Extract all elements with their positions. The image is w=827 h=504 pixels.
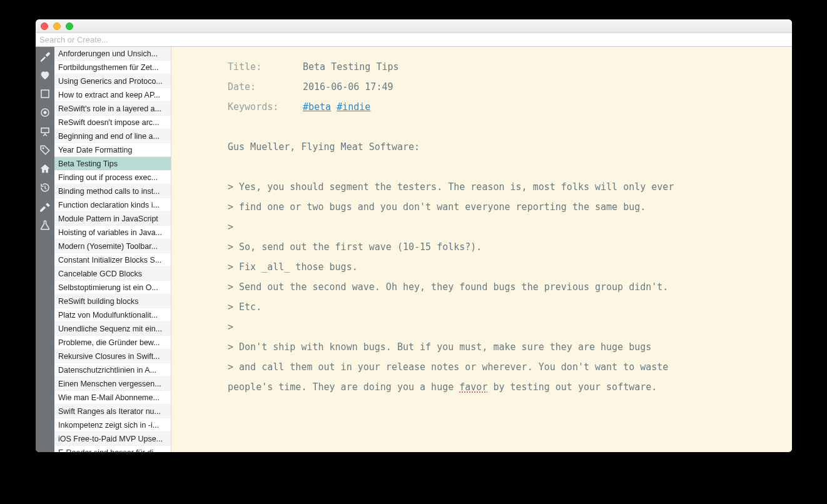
note-list[interactable]: Anforderungen und Unsich...Fortbildungst… bbox=[54, 47, 171, 452]
tag-icon[interactable] bbox=[38, 143, 52, 157]
list-item[interactable]: Constant Initializer Blocks S... bbox=[54, 253, 171, 267]
list-item[interactable]: Cancelable GCD Blocks bbox=[54, 267, 171, 281]
list-item[interactable]: Hoisting of variables in Java... bbox=[54, 226, 171, 239]
list-item[interactable]: Anforderungen und Unsich... bbox=[54, 47, 171, 61]
list-item[interactable]: E-Reader sind besser für di... bbox=[54, 446, 171, 452]
window-body: Anforderungen und Unsich...Fortbildungst… bbox=[36, 47, 792, 452]
list-item[interactable]: Rekursive Closures in Swift... bbox=[54, 350, 171, 363]
list-item[interactable]: Finding out if process exec... bbox=[54, 171, 171, 184]
maximize-icon[interactable] bbox=[66, 23, 73, 30]
tool-strip bbox=[36, 47, 54, 452]
list-item[interactable]: Module Pattern in JavaScript bbox=[54, 212, 171, 226]
list-item[interactable]: Fortbildungsthemen für Zet... bbox=[54, 61, 171, 74]
meta-date-label: Date: bbox=[228, 77, 303, 97]
meta-title-value: Beta Testing Tips bbox=[303, 57, 399, 77]
titlebar[interactable] bbox=[36, 19, 792, 33]
list-item[interactable]: iOS Free-to-Paid MVP Upse... bbox=[54, 432, 171, 446]
keyword-tag[interactable]: #beta bbox=[303, 101, 331, 113]
meta-date-value: 2016-06-06 17:49 bbox=[303, 77, 393, 97]
svg-point-1 bbox=[44, 111, 47, 114]
meta-title-row: Title: Beta Testing Tips bbox=[228, 57, 778, 77]
list-item[interactable]: Function declaration kinds i... bbox=[54, 198, 171, 212]
meta-title-label: Title: bbox=[228, 57, 303, 77]
list-item[interactable]: Modern (Yosemite) Toolbar... bbox=[54, 239, 171, 253]
minimize-icon[interactable] bbox=[53, 23, 61, 30]
list-item[interactable]: Using Generics and Protoco... bbox=[54, 74, 171, 88]
flask-icon[interactable] bbox=[38, 218, 52, 232]
search-input[interactable] bbox=[36, 33, 792, 46]
note-body[interactable]: Gus Mueller, Flying Meat Software: > Yes… bbox=[228, 137, 778, 397]
list-item[interactable]: Wie man E-Mail Abonneme... bbox=[54, 391, 171, 405]
svg-point-2 bbox=[43, 148, 44, 149]
list-item[interactable]: ReSwift's role in a layered a... bbox=[54, 102, 171, 116]
list-item[interactable]: Inkompetenz zeigt sich in -i... bbox=[54, 418, 171, 432]
list-item[interactable]: Beginning and end of line a... bbox=[54, 129, 171, 143]
meta-date-row: Date: 2016-06-06 17:49 bbox=[228, 77, 778, 97]
list-item[interactable]: ReSwift doesn't impose arc... bbox=[54, 116, 171, 129]
list-item[interactable]: Swift Ranges als Iterator nu... bbox=[54, 405, 171, 418]
list-item[interactable]: Beta Testing Tips bbox=[54, 157, 171, 171]
list-item[interactable]: Datenschutzrichtlinien in A... bbox=[54, 363, 171, 377]
list-item[interactable]: ReSwift building blocks bbox=[54, 295, 171, 308]
meta-keywords-row: Keywords: #beta #indie bbox=[228, 97, 778, 117]
note-editor[interactable]: Title: Beta Testing Tips Date: 2016-06-0… bbox=[171, 47, 792, 452]
close-icon[interactable] bbox=[41, 23, 48, 30]
list-item[interactable]: Selbstoptimierung ist ein O... bbox=[54, 281, 171, 295]
history-icon[interactable] bbox=[38, 181, 52, 194]
home-icon[interactable] bbox=[38, 162, 52, 176]
list-item[interactable]: Platz von Modulfunktionalit... bbox=[54, 308, 171, 322]
app-window: Anforderungen und Unsich...Fortbildungst… bbox=[36, 19, 792, 452]
list-item[interactable]: Einen Menschen vergessen... bbox=[54, 377, 171, 391]
meta-keywords-label: Keywords: bbox=[228, 97, 303, 117]
list-item[interactable]: Binding method calls to inst... bbox=[54, 184, 171, 198]
book-icon[interactable] bbox=[38, 87, 52, 101]
list-item[interactable]: Year Date Formatting bbox=[54, 143, 171, 157]
target-icon[interactable] bbox=[38, 106, 52, 119]
meta-keywords-value: #beta #indie bbox=[303, 97, 370, 117]
easel-icon[interactable] bbox=[38, 124, 52, 138]
list-item[interactable]: Unendliche Sequenz mit ein... bbox=[54, 322, 171, 336]
hammer-icon[interactable] bbox=[38, 199, 52, 213]
keyword-tag[interactable]: #indie bbox=[337, 101, 370, 113]
heart-icon[interactable] bbox=[38, 68, 52, 82]
wrench-icon[interactable] bbox=[38, 49, 52, 63]
list-item[interactable]: Probleme, die Gründer bew... bbox=[54, 336, 171, 350]
search-bar bbox=[36, 33, 792, 47]
list-item[interactable]: How to extract and keep AP... bbox=[54, 88, 171, 102]
